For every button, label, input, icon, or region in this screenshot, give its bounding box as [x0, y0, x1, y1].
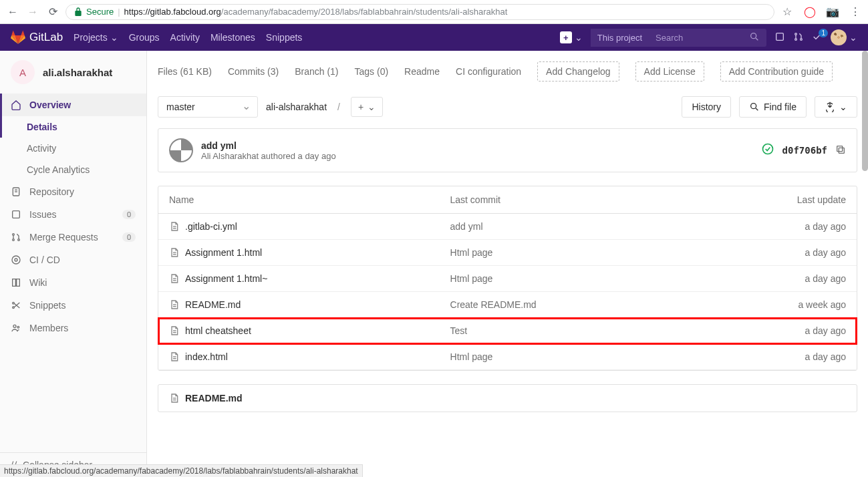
table-row[interactable]: .gitlab-ci.ymladd ymla day ago	[158, 214, 857, 240]
sidebar-item-snippets[interactable]: Snippets	[0, 294, 146, 317]
sidebar-item-members[interactable]: Members	[0, 317, 146, 339]
nav-activity[interactable]: Activity	[170, 32, 200, 43]
svg-rect-22	[839, 148, 844, 153]
gitlab-logo-icon	[11, 30, 25, 45]
opera-extension-icon[interactable]: ◯	[803, 5, 817, 19]
sidebar-sub-activity[interactable]: Activity	[0, 138, 146, 159]
sidebar-item-label: Members	[29, 323, 68, 333]
sidebar-item-cicd[interactable]: CI / CD	[0, 249, 146, 271]
nav-projects[interactable]: Projects ⌄	[74, 32, 118, 43]
last-commit-box: add yml Ali Alsharakhat authored a day a…	[158, 128, 857, 172]
gitlab-navbar: GitLab Projects ⌄ Groups Activity Milest…	[0, 24, 868, 51]
sidebar-sub-cycle-analytics[interactable]: Cycle Analytics	[0, 159, 146, 180]
sidebar-item-overview[interactable]: Overview	[0, 94, 146, 116]
readme-header[interactable]: README.md	[158, 385, 857, 412]
tab-readme[interactable]: Readme	[404, 66, 440, 77]
file-name-cell[interactable]: Assignment 1.html	[169, 247, 429, 258]
svg-point-18	[17, 326, 19, 328]
plus-icon: +	[560, 31, 572, 43]
forward-button[interactable]: →	[25, 5, 40, 19]
file-name-cell[interactable]: html cheatsheet	[169, 325, 429, 336]
last-commit-cell[interactable]: Html page	[440, 266, 692, 292]
last-commit-cell[interactable]: Html page	[440, 344, 692, 370]
address-bar[interactable]: Secure | https://gitlab.fabcloud.org/aca…	[65, 4, 774, 20]
members-icon	[11, 323, 21, 333]
file-icon	[169, 299, 180, 310]
gitlab-logo[interactable]: GitLab	[11, 30, 63, 45]
sidebar-project-header[interactable]: A ali.alsharakhat	[0, 51, 146, 94]
add-contribution-button[interactable]: Add Contribution guide	[720, 61, 833, 82]
star-icon[interactable]: ☆	[780, 5, 794, 19]
svg-point-13	[12, 256, 20, 264]
find-file-button[interactable]: Find file	[739, 96, 807, 118]
add-changelog-button[interactable]: Add Changelog	[537, 61, 619, 82]
branch-select[interactable]: master	[158, 96, 258, 118]
table-row[interactable]: html cheatsheetTesta day ago	[158, 318, 857, 344]
table-row[interactable]: README.mdCreate README.mda week ago	[158, 292, 857, 318]
add-license-button[interactable]: Add License	[635, 61, 704, 82]
table-row[interactable]: Assignment 1.html~Html pagea day ago	[158, 266, 857, 292]
breadcrumb[interactable]: ali-alsharakhat	[266, 102, 327, 112]
table-row[interactable]: Assignment 1.htmlHtml pagea day ago	[158, 240, 857, 266]
merge-requests-icon[interactable]	[793, 31, 804, 44]
camera-icon[interactable]: 📷	[825, 5, 840, 19]
search-input[interactable]	[649, 29, 742, 47]
nav-snippets[interactable]: Snippets	[266, 32, 302, 43]
nav-groups[interactable]: Groups	[129, 32, 160, 43]
download-dropdown[interactable]: ⌄	[815, 96, 857, 118]
last-commit-cell[interactable]: Html page	[440, 240, 692, 266]
new-dropdown[interactable]: +⌄	[560, 31, 583, 43]
history-button[interactable]: History	[682, 96, 731, 118]
tab-commits[interactable]: Commits (3)	[228, 66, 279, 77]
rocket-icon	[11, 255, 21, 265]
svg-point-4	[795, 38, 797, 40]
sidebar-item-merge-requests[interactable]: Merge Requests 0	[0, 226, 146, 249]
issues-icon[interactable]	[774, 31, 785, 44]
commit-sha[interactable]: d0f706bf	[782, 145, 827, 156]
find-file-label: Find file	[764, 102, 797, 112]
commit-title[interactable]: add yml	[201, 140, 336, 151]
file-name-cell[interactable]: Assignment 1.html~	[169, 273, 429, 284]
project-title: ali.alsharakhat	[43, 67, 112, 78]
chevron-down-icon: ⌄	[110, 32, 118, 43]
nav-milestones[interactable]: Milestones	[210, 32, 255, 43]
sidebar-item-label: Snippets	[29, 300, 65, 311]
scrollbar-thumb[interactable]	[862, 51, 868, 171]
svg-point-11	[13, 239, 15, 241]
copy-sha-button[interactable]	[835, 144, 846, 157]
last-update-cell: a week ago	[692, 292, 857, 318]
sidebar: A ali.alsharakhat Overview Details Activ…	[0, 51, 147, 477]
tab-tags[interactable]: Tags (0)	[355, 66, 389, 77]
tab-branch[interactable]: Branch (1)	[295, 66, 338, 77]
reload-button[interactable]: ⟳	[45, 5, 60, 19]
status-bar-url: https://gitlab.fabcloud.org/academany/fa…	[0, 464, 363, 477]
pipeline-status-icon[interactable]	[761, 142, 774, 159]
back-button[interactable]: ←	[5, 5, 20, 19]
tab-files[interactable]: Files (61 KB)	[158, 66, 212, 77]
sidebar-item-wiki[interactable]: Wiki	[0, 271, 146, 294]
sidebar-item-repository[interactable]: Repository	[0, 180, 146, 203]
sidebar-item-issues[interactable]: Issues 0	[0, 203, 146, 226]
doc-icon	[11, 186, 21, 197]
svg-point-15	[13, 302, 15, 304]
todos-icon[interactable]: 1	[812, 31, 823, 44]
readme-filename: README.md	[185, 393, 243, 404]
tab-ci[interactable]: CI configuration	[456, 66, 521, 77]
file-name-cell[interactable]: .gitlab-ci.yml	[169, 221, 429, 232]
file-name-cell[interactable]: README.md	[169, 299, 429, 310]
last-commit-cell[interactable]: Test	[440, 318, 692, 344]
file-icon	[169, 325, 180, 336]
add-file-dropdown[interactable]: +⌄	[351, 97, 383, 117]
search-icon[interactable]	[742, 31, 766, 44]
last-commit-cell[interactable]: Create README.md	[440, 292, 692, 318]
this-project-button[interactable]: This project	[591, 29, 649, 47]
last-commit-cell[interactable]: add yml	[440, 214, 692, 240]
user-menu[interactable]: ⌄	[831, 29, 857, 45]
col-last-commit: Last commit	[440, 186, 692, 214]
file-name-cell[interactable]: index.html	[169, 351, 429, 362]
sidebar-sub-details[interactable]: Details	[0, 116, 146, 138]
download-icon	[825, 102, 835, 112]
table-row[interactable]: index.htmlHtml pagea day ago	[158, 344, 857, 370]
chrome-menu-icon[interactable]: ⋮	[848, 5, 863, 19]
svg-line-1	[756, 38, 758, 40]
